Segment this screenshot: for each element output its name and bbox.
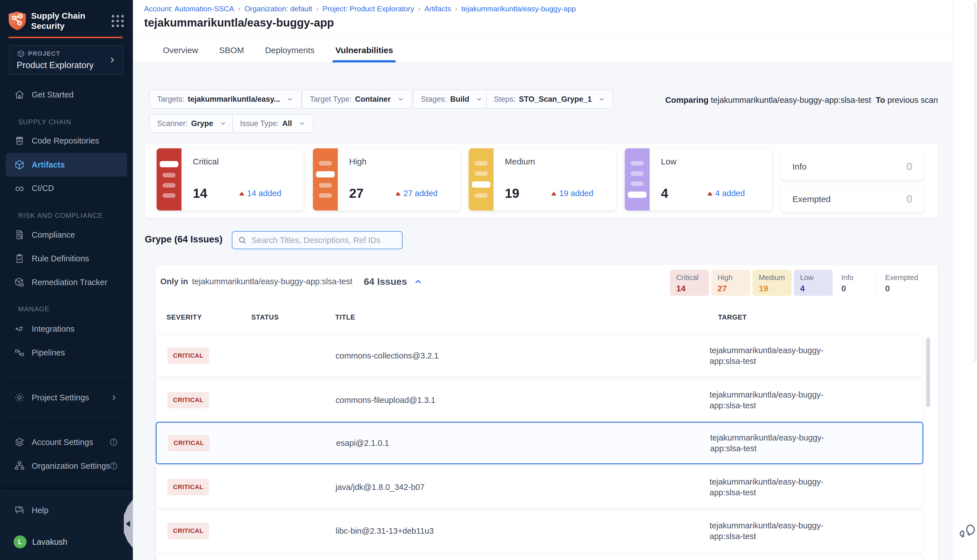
breadcrumb-artifact-name[interactable]: tejakummarikuntla/easy-buggy-app bbox=[461, 5, 576, 13]
tab-vulnerabilities[interactable]: Vulnerabilities bbox=[335, 38, 393, 62]
sidebar-item-help[interactable]: Help bbox=[0, 501, 133, 519]
breadcrumb-separator: › bbox=[418, 5, 421, 13]
chip-critical[interactable]: Critical 14 bbox=[670, 270, 709, 296]
sidebar-item-label: Project Settings bbox=[32, 393, 89, 402]
sidebar-item-label: Account Settings bbox=[32, 438, 93, 447]
issue-target: tejakummarikuntla/easy-buggy-app:slsa-te… bbox=[710, 389, 842, 411]
severity-card-info[interactable]: Info 0 bbox=[781, 153, 924, 180]
severity-card-low[interactable]: Low 4 4 added bbox=[625, 148, 772, 210]
breadcrumb-artifacts[interactable]: Artifacts bbox=[424, 5, 451, 13]
filter-value: All bbox=[282, 119, 292, 128]
severity-card-label: High bbox=[349, 157, 367, 167]
severity-card-count: 14 bbox=[193, 186, 207, 201]
filter-targets[interactable]: Targets: tejakummarikuntla/easy... bbox=[150, 90, 301, 108]
sidebar-item-get-started[interactable]: Get Started bbox=[0, 86, 133, 104]
severity-badge: CRITICAL bbox=[168, 435, 209, 451]
triangle-up-icon bbox=[239, 192, 244, 195]
chip-medium[interactable]: Medium 19 bbox=[753, 270, 792, 296]
table-row[interactable]: CRITICAL libc-bin@2.31-13+deb11u3 tejaku… bbox=[156, 510, 923, 552]
sidebar-item-project-settings[interactable]: Project Settings bbox=[0, 388, 133, 407]
sidebar-item-rule-definitions[interactable]: Rule Definitions bbox=[0, 250, 133, 268]
severity-card-label: Exempted bbox=[792, 194, 830, 204]
comparing-target: tejakummarikuntla/easy-buggy-app:slsa-te… bbox=[711, 95, 871, 105]
sidebar-user[interactable]: L Lavakush bbox=[0, 533, 133, 551]
table-scrollbar-thumb[interactable] bbox=[926, 338, 930, 407]
breadcrumb-project[interactable]: Project: Product Exploratory bbox=[322, 5, 414, 13]
chip-count: 4 bbox=[800, 284, 827, 293]
chip-high[interactable]: High 27 bbox=[711, 270, 750, 296]
severity-card-high[interactable]: High 27 27 added bbox=[313, 148, 460, 210]
high-gauge-icon bbox=[313, 148, 338, 210]
tab-deployments[interactable]: Deployments bbox=[265, 38, 314, 62]
scanner-section-heading: Grype (64 Issues) bbox=[145, 234, 222, 245]
brand-accent-divider bbox=[8, 37, 123, 38]
sidebar-item-remediation-tracker[interactable]: Remediation Tracker bbox=[0, 273, 133, 291]
right-gutter bbox=[952, 0, 977, 560]
severity-badge: CRITICAL bbox=[167, 479, 209, 495]
issues-search[interactable] bbox=[232, 231, 402, 249]
severity-card-count: 27 bbox=[349, 186, 364, 201]
chevron-up-icon[interactable] bbox=[413, 277, 423, 287]
support-chat-icon[interactable] bbox=[958, 522, 975, 540]
sidebar-item-pipelines[interactable]: Pipelines bbox=[0, 343, 133, 362]
severity-card-label: Critical bbox=[193, 157, 219, 167]
pipelines-icon bbox=[13, 347, 25, 358]
filter-target-type[interactable]: Target Type: Container bbox=[302, 90, 412, 108]
table-row[interactable]: CRITICAL java/jdk@1.8.0_342-b07 tejakumm… bbox=[156, 466, 923, 508]
sidebar-item-account-settings[interactable]: Account Settings bbox=[0, 433, 133, 451]
chevron-left-icon bbox=[126, 521, 130, 527]
sidebar-item-code-repositories[interactable]: Code Repositories bbox=[0, 132, 133, 150]
filter-steps[interactable]: Steps: STO_Scan_Grype_1 bbox=[486, 90, 613, 108]
low-gauge-icon bbox=[625, 148, 650, 210]
chip-label: Low bbox=[800, 273, 827, 282]
content-area: Targets: tejakummarikuntla/easy... Targe… bbox=[133, 63, 952, 560]
app-title: Supply Chain Security bbox=[31, 11, 112, 31]
table-row-partial[interactable] bbox=[156, 555, 923, 560]
page-title: tejakummarikuntla/easy-buggy-app bbox=[144, 17, 334, 29]
sidebar-divider bbox=[7, 377, 126, 377]
info-icon bbox=[109, 462, 118, 470]
chip-info[interactable]: Info 0 bbox=[835, 270, 874, 296]
filter-value: Grype bbox=[191, 119, 213, 128]
sidebar-item-artifacts[interactable]: Artifacts bbox=[6, 153, 127, 177]
chip-exempted[interactable]: Exempted 0 bbox=[876, 270, 924, 296]
severity-card-medium[interactable]: Medium 19 19 added bbox=[469, 148, 616, 210]
filter-stages[interactable]: Stages: Build bbox=[413, 90, 491, 108]
breadcrumb-account[interactable]: Account: Automation-SSCA bbox=[144, 5, 234, 13]
comparing-suffix[interactable]: previous scan bbox=[887, 95, 938, 105]
severity-card-count: 4 bbox=[661, 186, 668, 201]
breadcrumb-organization[interactable]: Organization: default bbox=[244, 5, 312, 13]
sidebar-item-organization-settings[interactable]: Organization Settings bbox=[0, 457, 133, 475]
severity-card-delta[interactable]: 19 added bbox=[551, 189, 593, 198]
severity-card-delta[interactable]: 4 added bbox=[707, 189, 745, 198]
sidebar-item-integrations[interactable]: Integrations bbox=[0, 320, 133, 338]
severity-card-critical[interactable]: Critical 14 14 added bbox=[157, 148, 304, 210]
issues-group-header[interactable]: Only in tejakummarikuntla/easy-buggy-app… bbox=[160, 276, 423, 287]
sidebar-item-compliance[interactable]: Compliance bbox=[0, 226, 133, 244]
page-scrollbar-thumb[interactable] bbox=[974, 2, 977, 362]
tab-overview[interactable]: Overview bbox=[163, 38, 198, 62]
chevron-down-icon bbox=[476, 95, 483, 103]
issues-panel: Only in tejakummarikuntla/easy-buggy-app… bbox=[156, 265, 938, 560]
triangle-up-icon bbox=[551, 192, 556, 195]
module-switcher-grid-icon[interactable] bbox=[112, 15, 124, 27]
integrations-icon bbox=[13, 323, 25, 335]
search-input[interactable] bbox=[251, 235, 397, 245]
severity-card-delta[interactable]: 27 added bbox=[396, 189, 438, 198]
tab-sbom[interactable]: SBOM bbox=[219, 38, 244, 62]
home-icon bbox=[13, 89, 25, 101]
table-row[interactable]: CRITICAL commons-collections@3.2.1 tejak… bbox=[156, 335, 923, 377]
filter-label: Scanner: bbox=[157, 119, 188, 128]
filter-issue-type[interactable]: Issue Type: All bbox=[232, 114, 313, 133]
table-row[interactable]: CRITICAL commons-fileupload@1.3.1 tejaku… bbox=[156, 379, 923, 421]
severity-card-exempted[interactable]: Exempted 0 bbox=[781, 186, 924, 212]
filter-scanner[interactable]: Scanner: Grype bbox=[150, 114, 234, 133]
severity-card-delta[interactable]: 14 added bbox=[239, 189, 281, 198]
chip-low[interactable]: Low 4 bbox=[794, 270, 833, 296]
table-row-selected[interactable]: CRITICAL esapi@2.1.0.1 tejakummarikuntla… bbox=[156, 422, 923, 464]
sidebar-item-label: Artifacts bbox=[32, 160, 65, 170]
issue-title: commons-collections@3.2.1 bbox=[336, 351, 439, 360]
sidebar-item-cicd[interactable]: ∞ CI/CD bbox=[0, 179, 133, 197]
project-selector[interactable]: PROJECT Product Exploratory bbox=[9, 45, 123, 75]
remediation-cube-icon bbox=[13, 276, 25, 288]
